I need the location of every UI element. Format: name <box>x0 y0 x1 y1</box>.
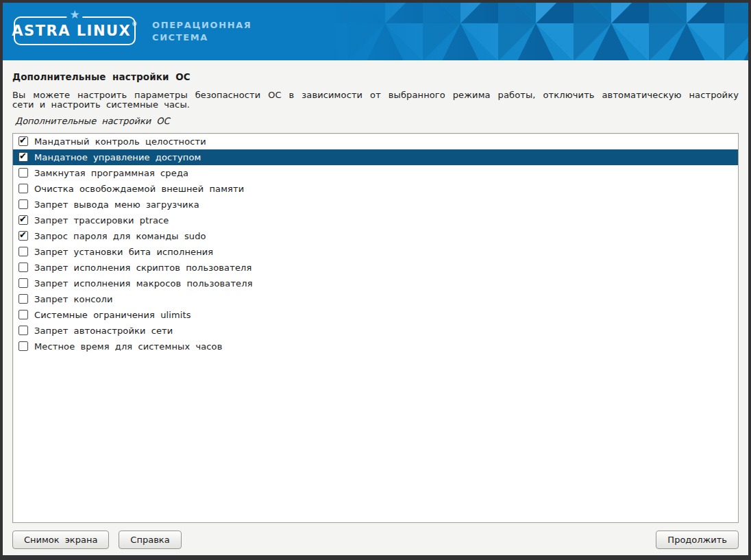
option-checkbox[interactable] <box>19 326 28 335</box>
brand-caption: ОПЕРАЦИОННАЯ СИСТЕМА <box>152 19 251 44</box>
option-label: Замкнутая программная среда <box>34 168 188 178</box>
option-label: Запрет автонастройки сети <box>34 326 173 336</box>
options-list: Мандатный контроль целостности Мандатное… <box>12 133 739 523</box>
logo-text: ASTRA LINUX® <box>12 23 137 39</box>
option-row[interactable]: Мандатное управление доступом <box>13 149 738 165</box>
option-checkbox[interactable] <box>19 168 28 178</box>
option-row[interactable]: Запрет автонастройки сети <box>13 323 738 339</box>
option-checkbox[interactable] <box>19 199 28 209</box>
option-row[interactable]: Замкнутая программная среда <box>13 165 738 181</box>
option-checkbox[interactable] <box>19 278 28 288</box>
option-checkbox[interactable] <box>19 231 28 241</box>
option-row[interactable]: Местное время для системных часов <box>13 339 738 354</box>
header-banner: ★ ASTRA LINUX® ОПЕРАЦИОННАЯ СИСТЕМА <box>3 3 748 60</box>
option-row[interactable]: Очистка освобождаемой внешней памяти <box>13 181 738 197</box>
option-label: Мандатный контроль целостности <box>34 136 206 147</box>
footer-bar: Снимок экрана Справка Продолжить <box>3 524 748 555</box>
option-checkbox[interactable] <box>19 263 28 272</box>
option-row[interactable]: Запрет исполнения скриптов пользователя <box>13 260 738 276</box>
registered-mark: ® <box>132 21 138 27</box>
option-checkbox[interactable] <box>19 184 28 193</box>
option-row[interactable]: Системные ограничения ulimits <box>13 307 738 323</box>
option-checkbox[interactable] <box>19 294 28 304</box>
options-group-label: Дополнительные настройки ОС <box>15 116 739 126</box>
option-row[interactable]: Запрет исполнения макросов пользователя <box>13 276 738 291</box>
installer-window: ★ ASTRA LINUX® ОПЕРАЦИОННАЯ СИСТЕМА Допо… <box>0 0 751 560</box>
option-label: Запрет консоли <box>34 294 113 304</box>
continue-button[interactable]: Продолжить <box>656 531 739 549</box>
option-checkbox[interactable] <box>19 247 28 256</box>
option-label: Запрет исполнения макросов пользователя <box>34 278 253 289</box>
option-label: Мандатное управление доступом <box>34 152 201 162</box>
option-checkbox[interactable] <box>19 310 28 319</box>
option-row[interactable]: Запрет вывода меню загрузчика <box>13 197 738 212</box>
option-row[interactable]: Запрос пароля для команды sudo <box>13 228 738 244</box>
option-label: Очистка освобождаемой внешней памяти <box>34 184 244 194</box>
option-checkbox[interactable] <box>19 215 28 225</box>
option-checkbox[interactable] <box>19 341 28 351</box>
option-label: Местное время для системных часов <box>34 341 222 352</box>
star-icon: ★ <box>66 9 82 21</box>
option-row[interactable]: Запрет установки бита исполнения <box>13 244 738 260</box>
option-label: Запрет исполнения скриптов пользователя <box>34 263 251 273</box>
option-label: Системные ограничения ulimits <box>34 310 191 320</box>
screenshot-button[interactable]: Снимок экрана <box>12 531 109 549</box>
main-content: Дополнительные настройки ОС Вы можете на… <box>3 60 748 533</box>
option-checkbox[interactable] <box>19 152 28 162</box>
option-row[interactable]: Запрет консоли <box>13 291 738 307</box>
page-title: Дополнительные настройки ОС <box>12 71 739 82</box>
option-label: Запрос пароля для команды sudo <box>34 231 206 241</box>
option-checkbox[interactable] <box>19 136 28 146</box>
option-label: Запрет установки бита исполнения <box>34 247 213 257</box>
option-label: Запрет трассировки ptrace <box>34 215 169 226</box>
page-description: Вы можете настроить параметры безопаснос… <box>12 90 739 110</box>
help-button[interactable]: Справка <box>119 531 181 549</box>
option-row[interactable]: Мандатный контроль целостности <box>13 134 738 149</box>
option-row[interactable]: Запрет трассировки ptrace <box>13 212 738 228</box>
astra-linux-logo: ★ ASTRA LINUX® <box>14 16 136 45</box>
option-label: Запрет вывода меню загрузчика <box>34 199 199 210</box>
